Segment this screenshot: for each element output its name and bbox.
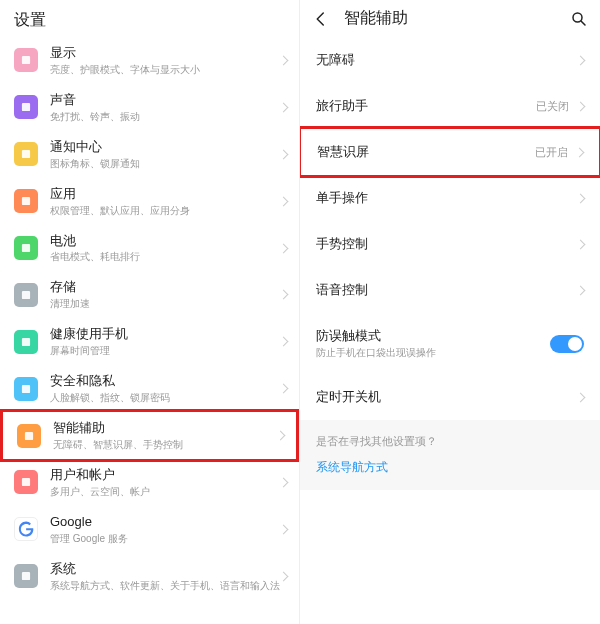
item-title: 声音: [50, 92, 280, 109]
setting-item-9[interactable]: 用户和帐户多用户、云空间、帐户: [0, 459, 299, 506]
item-title: 存储: [50, 279, 280, 296]
apps-icon: [14, 189, 38, 213]
chevron-right-icon: [279, 524, 289, 534]
setting-item-3[interactable]: 应用权限管理、默认应用、应用分身: [0, 178, 299, 225]
setting-item-7[interactable]: 安全和隐私人脸解锁、指纹、锁屏密码: [0, 365, 299, 412]
right-item-status: 已开启: [535, 145, 568, 160]
setting-item-10[interactable]: Google管理 Google 服务: [0, 506, 299, 553]
item-sub: 权限管理、默认应用、应用分身: [50, 204, 280, 217]
setting-item-6[interactable]: 健康使用手机屏幕时间管理: [0, 318, 299, 365]
item-title: 健康使用手机: [50, 326, 280, 343]
assist-item-7[interactable]: 定时开关机: [300, 374, 600, 420]
chevron-right-icon: [279, 149, 289, 159]
assist-item-2[interactable]: 智慧识屏已开启: [300, 126, 600, 178]
settings-title: 设置: [0, 0, 299, 37]
svg-rect-7: [22, 385, 30, 393]
sound-icon: [14, 95, 38, 119]
item-sub: 图标角标、锁屏通知: [50, 157, 280, 170]
setting-item-11[interactable]: 系统系统导航方式、软件更新、关于手机、语言和输入法: [0, 553, 299, 600]
assist-item-4[interactable]: 手势控制: [300, 221, 600, 267]
setting-item-8[interactable]: 智能辅助无障碍、智慧识屏、手势控制: [0, 409, 299, 462]
item-sub: 多用户、云空间、帐户: [50, 485, 280, 498]
right-item-title: 定时开关机: [316, 388, 577, 406]
assist-item-5[interactable]: 语音控制: [300, 267, 600, 313]
footer-text: 是否在寻找其他设置项？: [316, 434, 584, 449]
right-item-title: 无障碍: [316, 51, 577, 69]
battery-icon: [14, 236, 38, 260]
right-item-status: 已关闭: [536, 99, 569, 114]
right-item-title: 单手操作: [316, 189, 577, 207]
chevron-right-icon: [279, 478, 289, 488]
item-title: 智能辅助: [53, 420, 277, 437]
user-icon: [14, 470, 38, 494]
system-icon: [14, 564, 38, 588]
item-sub: 清理加速: [50, 297, 280, 310]
item-sub: 人脸解锁、指纹、锁屏密码: [50, 391, 280, 404]
right-item-title: 智慧识屏: [317, 143, 535, 161]
google-icon: [14, 517, 38, 541]
setting-item-4[interactable]: 电池省电模式、耗电排行: [0, 225, 299, 272]
svg-rect-9: [22, 478, 30, 486]
chevron-right-icon: [279, 243, 289, 253]
health-icon: [14, 330, 38, 354]
svg-rect-1: [22, 103, 30, 111]
chevron-right-icon: [575, 147, 585, 157]
svg-rect-2: [22, 150, 30, 158]
assist-right-pane: 智能辅助 无障碍旅行助手已关闭智慧识屏已开启单手操作手势控制语音控制防误触模式防…: [300, 0, 600, 624]
storage-icon: [14, 283, 38, 307]
chevron-right-icon: [576, 193, 586, 203]
item-title: 通知中心: [50, 139, 280, 156]
chevron-right-icon: [279, 571, 289, 581]
right-item-title: 防误触模式: [316, 327, 550, 345]
item-title: 显示: [50, 45, 280, 62]
right-item-sub: 防止手机在口袋出现误操作: [316, 346, 550, 360]
notification-icon: [14, 142, 38, 166]
svg-rect-10: [22, 572, 30, 580]
item-sub: 系统导航方式、软件更新、关于手机、语言和输入法: [50, 579, 280, 592]
chevron-right-icon: [576, 285, 586, 295]
item-title: 用户和帐户: [50, 467, 280, 484]
chevron-right-icon: [576, 101, 586, 111]
item-title: 应用: [50, 186, 280, 203]
svg-rect-5: [22, 291, 30, 299]
chevron-right-icon: [279, 55, 289, 65]
right-item-title: 语音控制: [316, 281, 577, 299]
chevron-right-icon: [279, 102, 289, 112]
chevron-right-icon: [279, 196, 289, 206]
chevron-right-icon: [276, 431, 286, 441]
item-title: Google: [50, 514, 280, 531]
item-sub: 无障碍、智慧识屏、手势控制: [53, 438, 277, 451]
item-sub: 免打扰、铃声、振动: [50, 110, 280, 123]
item-sub: 亮度、护眼模式、字体与显示大小: [50, 63, 280, 76]
back-icon[interactable]: [312, 10, 330, 28]
assist-item-6[interactable]: 防误触模式防止手机在口袋出现误操作: [300, 313, 600, 374]
chevron-right-icon: [576, 392, 586, 402]
svg-rect-6: [22, 338, 30, 346]
assist-icon: [17, 424, 41, 448]
assist-item-3[interactable]: 单手操作: [300, 175, 600, 221]
footer-link[interactable]: 系统导航方式: [316, 459, 584, 476]
item-title: 系统: [50, 561, 280, 578]
toggle-switch[interactable]: [550, 335, 584, 353]
right-item-title: 旅行助手: [316, 97, 536, 115]
assist-item-1[interactable]: 旅行助手已关闭: [300, 83, 600, 129]
settings-left-pane: 设置 显示亮度、护眼模式、字体与显示大小声音免打扰、铃声、振动通知中心图标角标、…: [0, 0, 300, 624]
right-item-title: 手势控制: [316, 235, 577, 253]
item-title: 电池: [50, 233, 280, 250]
svg-rect-0: [22, 56, 30, 64]
search-icon[interactable]: [570, 10, 588, 28]
svg-rect-8: [25, 431, 33, 439]
chevron-right-icon: [279, 290, 289, 300]
assist-item-0[interactable]: 无障碍: [300, 37, 600, 83]
assist-header: 智能辅助: [300, 0, 600, 37]
chevron-right-icon: [279, 337, 289, 347]
setting-item-1[interactable]: 声音免打扰、铃声、振动: [0, 84, 299, 131]
svg-point-11: [573, 13, 582, 22]
display-icon: [14, 48, 38, 72]
setting-item-5[interactable]: 存储清理加速: [0, 271, 299, 318]
svg-rect-3: [22, 197, 30, 205]
setting-item-0[interactable]: 显示亮度、护眼模式、字体与显示大小: [0, 37, 299, 84]
assist-title: 智能辅助: [344, 8, 408, 29]
setting-item-2[interactable]: 通知中心图标角标、锁屏通知: [0, 131, 299, 178]
footer-section: 是否在寻找其他设置项？ 系统导航方式: [300, 420, 600, 490]
